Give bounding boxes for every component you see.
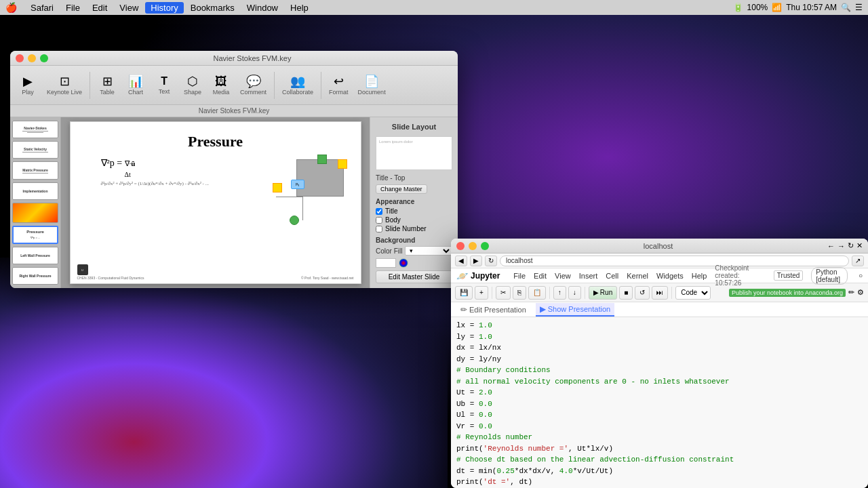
spotlight-icon[interactable]: 🔍 bbox=[841, 3, 851, 12]
media-icon: 🖼 bbox=[215, 75, 227, 87]
layout-preview-text: Lorem ipsum dolor bbox=[379, 140, 413, 144]
diagram-notch bbox=[276, 197, 303, 220]
jupyter-menu-help[interactable]: Help bbox=[692, 272, 707, 280]
run-all-btn[interactable]: ⏭ bbox=[652, 286, 668, 300]
color-swatch[interactable] bbox=[376, 258, 396, 268]
jupyter-menu-file[interactable]: File bbox=[513, 272, 526, 280]
settings-icon[interactable]: ⚙ bbox=[857, 288, 864, 297]
jupyter-menu-widgets[interactable]: Widgets bbox=[656, 272, 684, 280]
keynote-live-icon: ⊡ bbox=[60, 75, 70, 87]
notification-icon[interactable]: ☰ bbox=[855, 3, 863, 12]
run-btn[interactable]: ▶ Run bbox=[589, 286, 617, 300]
show-presentation-btn[interactable]: ▶ Show Presentation bbox=[536, 303, 614, 317]
toolbar-media[interactable]: 🖼 Media bbox=[208, 73, 235, 98]
slide-thumb-6[interactable]: Pressure ∇²p = ... bbox=[12, 226, 58, 244]
toolbar-format[interactable]: ↩ Format bbox=[325, 73, 353, 98]
move-down-btn[interactable]: ↓ bbox=[568, 286, 581, 300]
cell-type-select[interactable]: Code bbox=[675, 286, 711, 300]
toolbar-chart[interactable]: 📊 Chart bbox=[122, 73, 149, 98]
edit-presentation-btn[interactable]: ✏ Edit Presentation bbox=[456, 304, 530, 316]
toolbar-play[interactable]: ▶ Play bbox=[14, 73, 41, 98]
jupyter-tool-icon-2[interactable]: → bbox=[837, 242, 845, 250]
menubar-view[interactable]: View bbox=[114, 2, 144, 14]
slide-footer-left: CHEN 3393 - Computational Fluid Dynamics bbox=[77, 276, 144, 280]
toolbar-document[interactable]: 📄 Document bbox=[354, 73, 390, 98]
share-button[interactable]: ↗ bbox=[852, 256, 864, 266]
menubar-edit[interactable]: Edit bbox=[87, 2, 113, 14]
reload-button[interactable]: ↻ bbox=[485, 256, 497, 266]
slide-thumb-1[interactable]: Navier-Stokes bbox=[12, 121, 58, 138]
title-checkbox-label: Title bbox=[385, 207, 398, 215]
color-picker-button[interactable] bbox=[399, 258, 408, 268]
diagram-left-label bbox=[273, 183, 282, 192]
edit-master-button[interactable]: Edit Master Slide bbox=[376, 270, 452, 283]
restart-btn[interactable]: ↺ bbox=[635, 286, 650, 300]
menubar-bookmarks[interactable]: Bookmarks bbox=[185, 2, 240, 14]
minimize-button[interactable] bbox=[28, 54, 36, 62]
back-button[interactable]: ◀ bbox=[455, 256, 467, 266]
slide-footer-right: © Prof. Tony Saad - www.tsaad.net bbox=[301, 276, 354, 280]
slide-thumb-7[interactable]: Left Wall Pressure bbox=[12, 247, 58, 264]
change-master-button[interactable]: Change Master bbox=[376, 184, 427, 194]
toolbar-collaborate[interactable]: 👥 Collaborate bbox=[278, 73, 317, 98]
jupyter-min-button[interactable] bbox=[469, 242, 477, 250]
jupyter-menu-view[interactable]: View bbox=[555, 272, 571, 280]
forward-button[interactable]: ▶ bbox=[470, 256, 482, 266]
jupyter-menu-insert[interactable]: Insert bbox=[579, 272, 598, 280]
apple-menu[interactable]: 🍎 bbox=[5, 2, 17, 13]
save-btn[interactable]: 💾 bbox=[455, 286, 473, 300]
menubar-safari[interactable]: Safari bbox=[25, 2, 59, 14]
anaconda-button[interactable]: Publish your notebook into Anaconda.org bbox=[729, 289, 846, 297]
slide-thumb-2[interactable]: Static Velocity bbox=[12, 141, 58, 159]
table-icon: ⊞ bbox=[102, 75, 113, 87]
checkbox-title[interactable]: Title bbox=[376, 207, 452, 215]
edit-icon[interactable]: ✏ bbox=[848, 288, 854, 297]
menubar-help[interactable]: Help bbox=[285, 2, 314, 14]
close-button[interactable] bbox=[16, 54, 24, 62]
jupyter-tool-icon-1[interactable]: ← bbox=[827, 242, 835, 250]
body-checkbox[interactable] bbox=[376, 217, 382, 224]
jupyter-menu-kernel[interactable]: Kernel bbox=[627, 272, 648, 280]
color-fill-select[interactable]: ▾ bbox=[405, 246, 452, 256]
toolbar-keynote-live[interactable]: ⊡ Keynote Live bbox=[43, 73, 86, 98]
paste-btn[interactable]: 📋 bbox=[528, 286, 546, 300]
toolbar-table[interactable]: ⊞ Table bbox=[94, 73, 121, 98]
toolbar-shape[interactable]: ⬡ Shape bbox=[179, 73, 206, 98]
menubar-file[interactable]: File bbox=[60, 2, 85, 14]
slide-panel[interactable]: Navier-Stokes Static Velocity Matrix Pre… bbox=[10, 117, 61, 288]
slide-number-checkbox[interactable] bbox=[376, 226, 382, 232]
toolbar-comment[interactable]: 💬 Comment bbox=[236, 73, 271, 98]
maximize-button[interactable] bbox=[40, 54, 48, 62]
trusted-badge: Trusted bbox=[774, 270, 804, 281]
cut-btn[interactable]: ✂ bbox=[496, 286, 511, 300]
url-bar[interactable]: localhost bbox=[500, 256, 849, 266]
jupyter-menu-cell[interactable]: Cell bbox=[606, 272, 618, 280]
interrupt-btn[interactable]: ■ bbox=[619, 286, 633, 300]
jupyter-close-button[interactable] bbox=[456, 242, 465, 250]
title-checkbox[interactable] bbox=[376, 208, 382, 215]
wifi-icon: 📶 bbox=[772, 3, 782, 12]
menubar-window[interactable]: Window bbox=[241, 2, 283, 14]
toolbar-text[interactable]: T Text bbox=[151, 73, 178, 98]
kernel-info: Python [default] bbox=[811, 267, 848, 285]
text-label: Text bbox=[159, 88, 170, 95]
move-up-btn[interactable]: ↑ bbox=[553, 286, 566, 300]
checkbox-body[interactable]: Body bbox=[376, 216, 452, 224]
jupyter-max-button[interactable] bbox=[481, 242, 489, 250]
jupyter-tool-icon-3[interactable]: ↻ bbox=[848, 241, 854, 250]
menubar-history[interactable]: History bbox=[145, 2, 183, 14]
jupyter-menu-edit[interactable]: Edit bbox=[534, 272, 547, 280]
keynote-subbar: Navier Stokes FVM.key bbox=[10, 105, 458, 117]
copy-btn[interactable]: ⎘ bbox=[513, 286, 526, 300]
layout-preview: Lorem ipsum dolor bbox=[376, 136, 452, 170]
jupyter-tool-icon-4[interactable]: ✕ bbox=[856, 241, 863, 250]
slide-thumb-8[interactable]: Right Wall Pressure bbox=[12, 267, 58, 285]
menubar-clock: Thu 10:57 AM bbox=[786, 3, 837, 12]
slide-thumb-5[interactable] bbox=[12, 203, 58, 223]
diagram-top-label bbox=[317, 155, 327, 164]
checkbox-slide-number[interactable]: Slide Number bbox=[376, 225, 452, 232]
jupyter-window: localhost ← → ↻ ✕ ◀ ▶ ↻ localhost ↗ 🪐 Ju… bbox=[451, 239, 868, 488]
slide-thumb-3[interactable]: Matrix Pressure bbox=[12, 161, 58, 179]
add-cell-btn[interactable]: + bbox=[475, 286, 488, 300]
slide-thumb-4[interactable]: Implementation bbox=[12, 182, 58, 200]
